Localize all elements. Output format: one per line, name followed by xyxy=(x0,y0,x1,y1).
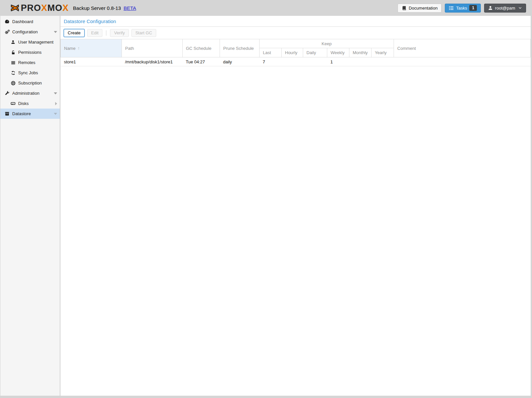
sidebar-item-subscription[interactable]: Subscription xyxy=(0,78,60,88)
start-gc-button[interactable]: Start GC xyxy=(131,29,156,37)
task-list-icon xyxy=(449,6,454,11)
column-group-keep: Keep xyxy=(260,39,394,48)
expand-arrow-icon[interactable] xyxy=(55,102,57,105)
column-header-keep-monthly[interactable]: Monthly xyxy=(349,48,372,57)
sidebar-item-dashboard[interactable]: Dashboard xyxy=(0,17,60,27)
column-header-gc-schedule[interactable]: GC Schedule xyxy=(183,39,220,57)
chevron-down-icon xyxy=(518,6,522,10)
sidebar-item-datastore[interactable]: Datastore xyxy=(0,109,60,119)
create-button[interactable]: Create xyxy=(64,29,85,37)
collapse-arrow-icon[interactable] xyxy=(54,92,57,94)
column-header-prune-schedule[interactable]: Prune Schedule xyxy=(220,39,260,57)
hard-drive-icon xyxy=(10,101,16,106)
cell-name: store1 xyxy=(61,57,122,66)
cell-keep-daily xyxy=(303,57,327,66)
toolbar-separator xyxy=(106,30,106,36)
collapse-arrow-icon[interactable] xyxy=(54,31,57,33)
cell-path: /mnt/backup/disk1/store1 xyxy=(122,57,183,66)
book-icon xyxy=(402,6,407,11)
cell-keep-weekly: 1 xyxy=(327,57,349,66)
sync-arrows-icon xyxy=(10,71,16,75)
cell-prune-schedule: daily xyxy=(220,57,260,66)
sidebar-nav: Dashboard Configuration xyxy=(0,16,60,396)
panel-title-bar: Datastore Configuration xyxy=(60,16,531,27)
cell-keep-last: 7 xyxy=(260,57,282,66)
cell-keep-yearly xyxy=(372,57,394,66)
collapse-arrow-icon[interactable] xyxy=(54,113,57,115)
list-lines-icon xyxy=(10,60,16,65)
column-header-keep-daily[interactable]: Daily xyxy=(303,48,327,57)
sidebar-item-remotes[interactable]: Remotes xyxy=(0,57,60,68)
top-bar: PROXMOX Backup Server 0.8-13 BETA Docume… xyxy=(0,0,532,16)
life-ring-icon xyxy=(10,81,16,85)
column-header-keep-last[interactable]: Last xyxy=(260,48,282,57)
verify-button[interactable]: Verify xyxy=(110,29,129,37)
documentation-button[interactable]: Documentation xyxy=(398,4,442,13)
column-header-path[interactable]: Path xyxy=(122,39,183,57)
sidebar-item-administration[interactable]: Administration xyxy=(0,88,60,98)
cell-keep-monthly xyxy=(349,57,372,66)
datastore-table: Name↑ Path GC Schedule Prune Schedule Ke… xyxy=(60,39,531,66)
top-bar-actions: Documentation Tasks 1 root@pam xyxy=(398,4,526,13)
gears-icon xyxy=(4,29,10,35)
edit-button[interactable]: Edit xyxy=(87,29,102,37)
column-header-name[interactable]: Name↑ xyxy=(61,39,122,57)
column-header-comment[interactable]: Comment xyxy=(394,39,531,57)
content-panel: Datastore Configuration Create Edit Veri… xyxy=(60,16,531,396)
page-title: Datastore Configuration xyxy=(64,18,116,24)
table-row-store1[interactable]: store1 /mnt/backup/disk1/store1 Tue 04:2… xyxy=(61,57,531,66)
sidebar-item-sync-jobs[interactable]: Sync Jobs xyxy=(0,68,60,78)
wrench-icon xyxy=(4,91,10,96)
user-avatar-icon xyxy=(488,6,493,10)
gauge-icon xyxy=(4,19,10,24)
sidebar-item-permissions[interactable]: Permissions xyxy=(0,47,60,57)
user-icon xyxy=(10,40,16,44)
cell-comment xyxy=(394,57,531,66)
toolbar: Create Edit Verify Start GC xyxy=(60,27,531,39)
sidebar-item-configuration[interactable]: Configuration xyxy=(0,27,60,37)
sort-ascending-icon: ↑ xyxy=(78,46,80,51)
column-header-keep-hourly[interactable]: Hourly xyxy=(282,48,303,57)
user-menu-button[interactable]: root@pam xyxy=(484,4,526,13)
sidebar-item-disks[interactable]: Disks xyxy=(0,98,60,109)
tasks-count-badge: 1 xyxy=(469,5,477,11)
sidebar-item-user-management[interactable]: User Management xyxy=(0,37,60,47)
cell-keep-hourly xyxy=(282,57,303,66)
tasks-button[interactable]: Tasks 1 xyxy=(445,4,481,13)
proxmox-x-icon xyxy=(11,4,19,12)
main-layout: Dashboard Configuration xyxy=(0,16,532,396)
product-title: Backup Server 0.8-13 xyxy=(73,5,121,11)
archive-box-icon xyxy=(4,111,10,116)
column-header-keep-yearly[interactable]: Yearly xyxy=(372,48,394,57)
proxmox-logo: PROXMOX xyxy=(11,4,69,13)
beta-link[interactable]: BETA xyxy=(124,5,136,11)
unlock-icon xyxy=(10,50,16,55)
proxmox-wordmark: PROXMOX xyxy=(21,4,69,13)
cell-gc-schedule: Tue 04:27 xyxy=(183,57,220,66)
column-header-keep-weekly[interactable]: Weekly xyxy=(327,48,349,57)
